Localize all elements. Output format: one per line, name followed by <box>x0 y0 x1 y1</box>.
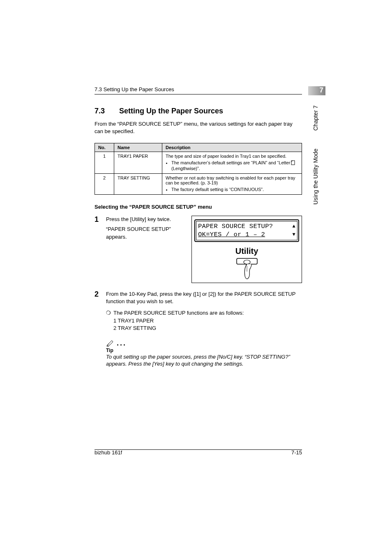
footer-page: 7-15 <box>291 449 302 456</box>
step-number: 2 <box>95 290 106 298</box>
chapter-badge: 7 <box>308 86 325 95</box>
svg-point-2 <box>244 260 250 264</box>
step-2: 2 From the 10-Key Pad, press the key ([1… <box>95 290 302 333</box>
circle-marker-icon: ❍ <box>106 309 113 317</box>
footer-product: bizhub 161f <box>95 449 122 456</box>
step-number: 1 <box>95 216 106 223</box>
utility-label: Utility <box>194 245 299 257</box>
lcd-illustration: PAPER SOURCE SETUP? ▲ OK=YES / or 1 – 2 … <box>191 216 302 283</box>
section-number: 7.3 <box>95 107 119 115</box>
lcd-screen: PAPER SOURCE SETUP? ▲ OK=YES / or 1 – 2 … <box>194 219 299 242</box>
ellipsis-icon: ... <box>117 339 127 347</box>
tip-label: Tip <box>106 348 302 353</box>
sub-step-line: 2 TRAY SETTING <box>113 325 156 331</box>
section-title-text: Setting Up the Paper Sources <box>119 107 223 115</box>
up-arrow-icon: ▲ <box>292 223 295 230</box>
cell-no: 1 <box>95 152 114 174</box>
lcd-line2: OK=YES / or 1 – 2 <box>198 231 265 239</box>
desc-bullet: The manufacturer’s default settings are … <box>171 160 298 171</box>
header-rule <box>95 94 302 94</box>
step1-line2: “PAPER SOURCE SETUP” appears. <box>106 226 185 240</box>
desc-main: Whether or not auto tray switching is en… <box>166 175 295 185</box>
col-desc: Description <box>162 143 302 152</box>
running-header: 7.3 Setting Up the Paper Sources <box>95 86 302 92</box>
col-no: No. <box>95 143 114 152</box>
sub-step-line: 1 TRAY1 PAPER <box>113 318 154 324</box>
table-row: 2 TRAY SETTING Whether or not auto tray … <box>95 174 302 195</box>
down-arrow-icon: ▼ <box>292 232 295 238</box>
col-name: Name <box>114 143 162 152</box>
tip-block: ... Tip To quit setting up the paper sou… <box>106 339 302 368</box>
cell-desc: Whether or not auto tray switching is en… <box>162 174 302 195</box>
pencil-icon <box>106 339 115 347</box>
table-row: 1 TRAY1 PAPER The type and size of paper… <box>95 152 302 174</box>
cell-no: 2 <box>95 174 114 195</box>
step2-text: From the 10-Key Pad, press the key ([1] … <box>106 290 302 305</box>
tip-text: To quit setting up the paper sources, pr… <box>106 353 302 368</box>
section-title: 7.3Setting Up the Paper Sources <box>95 107 302 115</box>
settings-table: No. Name Description 1 TRAY1 PAPER The t… <box>95 143 302 195</box>
chapter-number: 7 <box>320 86 323 94</box>
lengthwise-icon <box>291 160 295 166</box>
cell-name: TRAY1 PAPER <box>114 152 162 174</box>
side-chapter-label: Chapter 7 <box>312 101 321 136</box>
utility-button-icon <box>233 258 261 280</box>
sub-step-text: The PAPER SOURCE SETUP functions are as … <box>113 310 244 316</box>
desc-main: The type and size of paper loaded in Tra… <box>166 154 286 159</box>
procedure-heading: Selecting the “PAPER SOURCE SETUP” menu <box>95 204 302 210</box>
step1-line1: Press the [Utility] key twice. <box>106 216 185 223</box>
side-mode-label: Using the Utility Mode <box>312 142 321 212</box>
cell-desc: The type and size of paper loaded in Tra… <box>162 152 302 174</box>
desc-bullet: The factory default setting is “CONTINUO… <box>171 187 298 192</box>
step-1: 1 Press the [Utility] key twice. “PAPER … <box>95 216 302 283</box>
cell-name: TRAY SETTING <box>114 174 162 195</box>
lcd-line1: PAPER SOURCE SETUP? <box>198 223 273 230</box>
intro-paragraph: From the “PAPER SOURCE SETUP” menu, the … <box>95 120 302 135</box>
